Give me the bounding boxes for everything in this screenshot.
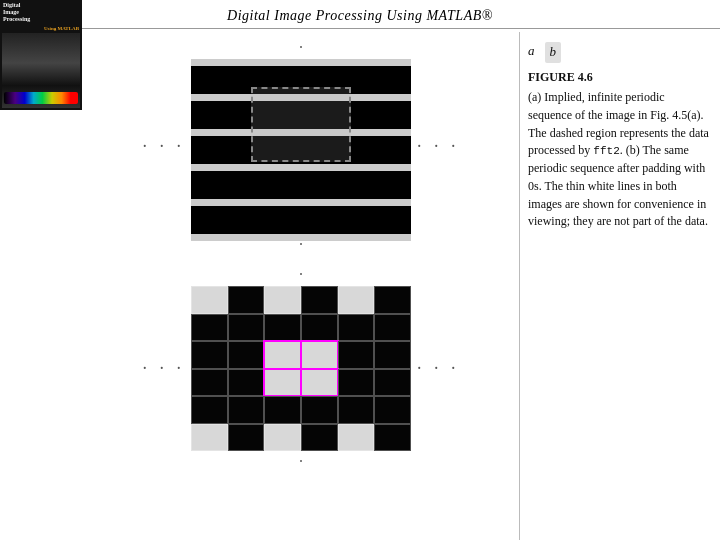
label-b: b <box>545 42 562 63</box>
book-cover-image <box>2 33 80 108</box>
cell-2-4 <box>338 341 375 369</box>
cell-3-0 <box>191 369 228 397</box>
dots-left-b: · · · <box>143 358 186 379</box>
fft2-code: fft2 <box>593 145 619 157</box>
figure-caption-title: FIGURE 4.6 <box>528 69 710 86</box>
figure-a-container: · · · · <box>143 40 460 253</box>
label-a: a <box>528 42 535 63</box>
cell-5-0 <box>191 424 228 452</box>
figure-labels: a b <box>528 42 710 63</box>
cell-5-1 <box>228 424 265 452</box>
cell-1-1 <box>228 314 265 342</box>
cell-1-2 <box>264 314 301 342</box>
cell-4-4 <box>338 396 375 424</box>
cell-0-2 <box>264 286 301 314</box>
figure-a-image <box>191 59 411 234</box>
dots-right-b: · · · <box>417 358 460 379</box>
cell-0-1 <box>228 286 265 314</box>
cell-2-3 <box>301 341 338 369</box>
dashed-selection <box>251 87 351 162</box>
figures-panel: · · · · <box>82 32 520 540</box>
cell-3-1 <box>228 369 265 397</box>
cell-4-0 <box>191 396 228 424</box>
cell-1-3 <box>301 314 338 342</box>
page-header: Digital Image Processing Using MATLAB® <box>0 0 720 29</box>
dots-top: · <box>143 40 460 56</box>
figure-a-row: · · · · · · <box>143 59 460 234</box>
cell-4-2 <box>264 396 301 424</box>
caption-text: (a) Implied, infinite periodic sequence … <box>528 89 710 231</box>
cell-1-4 <box>338 314 375 342</box>
cell-5-2 <box>264 424 301 452</box>
figure-b-container: · · · · <box>143 267 460 470</box>
cell-5-3 <box>301 424 338 452</box>
cell-0-4 <box>338 286 375 314</box>
cell-4-3 <box>301 396 338 424</box>
cell-2-5 <box>374 341 411 369</box>
cell-4-1 <box>228 396 265 424</box>
cell-4-5 <box>374 396 411 424</box>
cell-1-5 <box>374 314 411 342</box>
book-title: DigitalImageProcessing <box>0 0 82 26</box>
figure-b-row: · · · <box>143 286 460 451</box>
cell-2-0 <box>191 341 228 369</box>
book-thumbnail: DigitalImageProcessing Using MATLAB <box>0 0 82 110</box>
cell-1-0 <box>191 314 228 342</box>
figure-b-image <box>191 286 411 451</box>
cell-0-3 <box>301 286 338 314</box>
dots-left-a: · · · <box>143 136 186 157</box>
cell-0-0 <box>191 286 228 314</box>
cell-3-5 <box>374 369 411 397</box>
rainbow-decoration <box>4 92 78 104</box>
main-content: · · · · <box>82 32 720 540</box>
cell-3-3 <box>301 369 338 397</box>
cell-3-4 <box>338 369 375 397</box>
dots-top-b: · <box>143 267 460 283</box>
cell-5-5 <box>374 424 411 452</box>
cell-5-4 <box>338 424 375 452</box>
dots-right-a: · · · <box>417 136 460 157</box>
cell-2-1 <box>228 341 265 369</box>
dots-bottom-b: · <box>143 454 460 470</box>
header-title: Digital Image Processing Using MATLAB® <box>227 8 493 23</box>
book-matlab-label: Using MATLAB <box>0 26 82 31</box>
caption-panel: a b FIGURE 4.6 (a) Implied, infinite per… <box>520 32 720 540</box>
cell-0-5 <box>374 286 411 314</box>
cell-2-2 <box>264 341 301 369</box>
cell-3-2 <box>264 369 301 397</box>
